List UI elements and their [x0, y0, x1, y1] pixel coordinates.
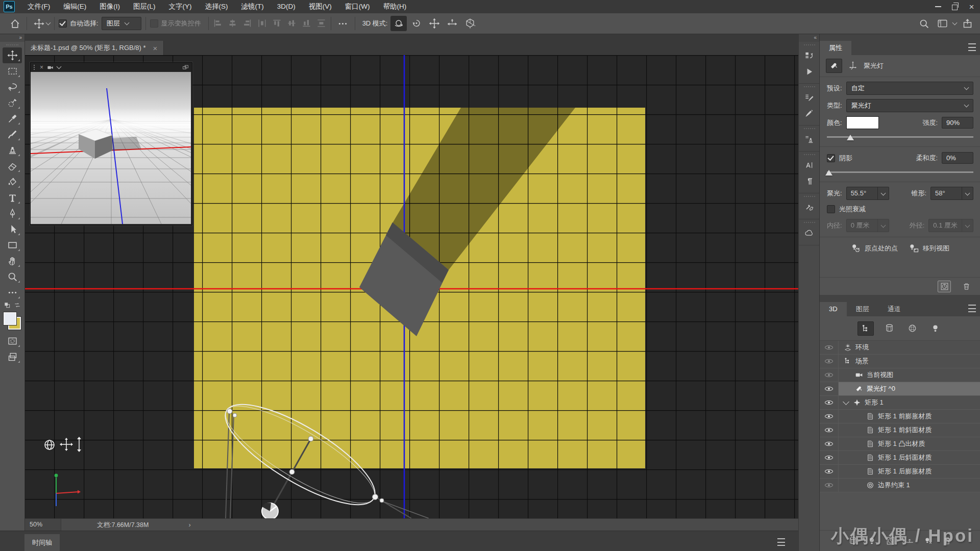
visibility-toggle[interactable]	[820, 451, 839, 464]
tool-path-select[interactable]	[3, 221, 22, 237]
3d-layer-row[interactable]: 矩形 1 前膨胀材质	[820, 410, 980, 423]
3d-layer-row-body[interactable]: 聚光灯 ^0	[839, 382, 980, 395]
tool-bucket[interactable]	[3, 174, 22, 190]
visibility-toggle[interactable]	[820, 396, 839, 409]
3d-layer-row-body[interactable]: 矩形 1 前膨胀材质	[839, 410, 980, 423]
brush-settings-panel-icon[interactable]	[801, 90, 818, 106]
3d-layer-row[interactable]: 矩形 1 后斜面材质	[820, 451, 980, 465]
3d-layer-row-body[interactable]: 边界约束 1	[839, 479, 980, 492]
menu-item[interactable]: 文字(Y)	[162, 0, 199, 13]
tool-hand[interactable]	[3, 253, 22, 269]
chevron-down-icon[interactable]	[46, 20, 51, 26]
chevron-down-icon[interactable]	[952, 20, 958, 26]
3d-layer-row[interactable]: 矩形 1 前斜面材质	[820, 423, 980, 437]
tab-图层[interactable]: 图层	[847, 302, 878, 316]
creative-cloud-panel-icon[interactable]	[801, 226, 818, 241]
menu-item[interactable]: 编辑(E)	[57, 0, 93, 13]
tool-rectangle[interactable]	[3, 237, 22, 253]
menu-item[interactable]: 窗口(W)	[338, 0, 377, 13]
align-left-icon[interactable]	[213, 18, 223, 29]
3d-layer-row[interactable]: 矩形 1 凸出材质	[820, 437, 980, 451]
softness-slider[interactable]	[827, 169, 973, 177]
search-icon[interactable]	[916, 16, 932, 31]
document-tab[interactable]: 未标题-1.psd @ 50% (矩形 1, RGB/8) * ×	[24, 41, 164, 55]
3d-layer-row-body[interactable]: 矩形 1 后膨胀材质	[839, 465, 980, 478]
home-icon[interactable]	[7, 16, 22, 31]
panel-menu-icon[interactable]	[968, 43, 976, 51]
distribute-v-icon[interactable]	[316, 18, 327, 29]
clone-source-panel-icon[interactable]	[801, 132, 818, 147]
close-button[interactable]: ×	[963, 0, 980, 13]
tool-eyedropper[interactable]	[3, 111, 22, 127]
tool-presets-panel-icon[interactable]	[801, 199, 818, 215]
tool-lasso[interactable]	[3, 79, 22, 95]
minimize-button[interactable]	[929, 0, 946, 13]
tool-more[interactable]	[3, 285, 22, 300]
filter-scene-icon[interactable]	[857, 321, 874, 336]
grip-icon[interactable]	[34, 65, 36, 70]
3d-mode-scale3d-icon[interactable]	[462, 16, 478, 31]
screen-mode-button[interactable]	[3, 349, 22, 365]
menu-item[interactable]: 图层(L)	[127, 0, 162, 13]
camera-view-icon[interactable]	[47, 64, 54, 71]
menu-item[interactable]: 滤镜(T)	[235, 0, 271, 13]
actions-panel-icon[interactable]	[801, 64, 818, 80]
timeline-menu-icon[interactable]	[777, 538, 785, 546]
auto-select-dropdown[interactable]: 图层	[102, 17, 141, 30]
tool-pen[interactable]	[3, 206, 22, 221]
quick-mask-button[interactable]	[3, 333, 22, 349]
secondary-view-close-icon[interactable]: ×	[40, 64, 43, 70]
light-color-swatch[interactable]	[846, 116, 879, 129]
menu-item[interactable]: 文件(F)	[21, 0, 57, 13]
visibility-toggle[interactable]	[820, 479, 839, 492]
move-to-view-button[interactable]: 移到视图	[909, 243, 949, 254]
3d-layer-row-body[interactable]: 环境	[839, 341, 980, 354]
visibility-toggle[interactable]	[820, 355, 839, 368]
3d-layer-row[interactable]: 环境	[820, 341, 980, 355]
tool-zoom[interactable]	[3, 269, 22, 285]
cone-field[interactable]: 58°	[930, 187, 973, 200]
render-icon[interactable]	[938, 281, 951, 292]
tab-3D[interactable]: 3D	[820, 302, 847, 316]
preset-dropdown[interactable]: 自定	[846, 82, 973, 95]
softness-field[interactable]: 0%	[942, 152, 973, 164]
3d-mode-roll-icon[interactable]	[408, 16, 425, 31]
filter-light-icon[interactable]	[927, 321, 943, 335]
status-menu-chevron[interactable]: ›	[188, 521, 190, 529]
tool-marquee[interactable]	[3, 63, 22, 79]
more-options-icon[interactable]	[335, 16, 351, 31]
outer-radius-field[interactable]: 0.1 厘米	[928, 219, 973, 232]
tool-type[interactable]	[3, 190, 22, 206]
shadow-checkbox[interactable]	[827, 154, 835, 162]
toolbar-expand-button[interactable]: »	[0, 34, 24, 42]
restore-button[interactable]	[946, 0, 963, 13]
align-center-h-icon[interactable]	[228, 18, 238, 29]
move-to-origin-button[interactable]: 原点处的点	[851, 243, 898, 254]
3d-layer-row-body[interactable]: 矩形 1 后斜面材质	[839, 451, 980, 464]
tab-通道[interactable]: 通道	[878, 302, 910, 316]
3d-mode-orbit-icon[interactable]	[390, 16, 407, 31]
distribute-h-icon[interactable]	[257, 18, 267, 29]
document-close-icon[interactable]: ×	[153, 44, 158, 53]
3d-layer-row[interactable]: 场景	[820, 355, 980, 368]
3d-layer-row[interactable]: 聚光灯 ^0	[820, 382, 980, 396]
3d-mode-slide-icon[interactable]	[444, 16, 460, 31]
secondary-view[interactable]: ×	[30, 62, 192, 226]
panel-menu-icon[interactable]	[968, 305, 976, 312]
menu-item[interactable]: 图像(I)	[93, 0, 127, 13]
filter-mesh-icon[interactable]	[881, 321, 897, 335]
visibility-toggle[interactable]	[820, 382, 839, 395]
zoom-level-field[interactable]: 50%	[24, 519, 61, 531]
paragraph-panel-icon[interactable]	[801, 173, 818, 189]
spotlight-badge-icon[interactable]	[826, 59, 842, 73]
inner-radius-field[interactable]: 0 厘米	[846, 219, 889, 232]
default-colors-widget[interactable]	[3, 300, 22, 310]
tool-quick-select[interactable]	[3, 95, 22, 111]
3d-layer-row[interactable]: 当前视图	[820, 368, 980, 382]
hotspot-field[interactable]: 55.5°	[846, 187, 889, 200]
intensity-slider[interactable]	[827, 134, 973, 141]
show-transform-checkbox[interactable]	[150, 19, 158, 28]
visibility-toggle[interactable]	[820, 437, 839, 450]
3d-layer-row[interactable]: 矩形 1	[820, 396, 980, 410]
falloff-checkbox[interactable]	[827, 205, 835, 213]
